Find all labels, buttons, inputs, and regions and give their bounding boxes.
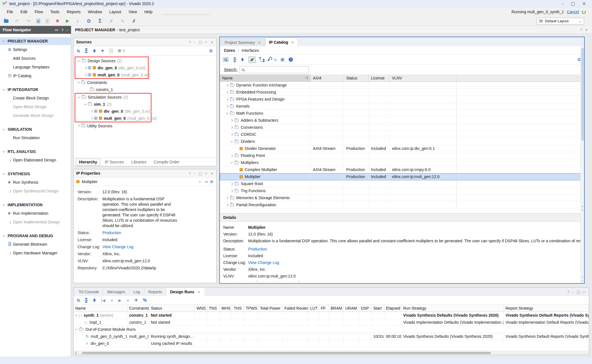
minimize-panel-icon[interactable]: – (194, 171, 196, 176)
horizontal-scrollbar[interactable]: ❮ (74, 351, 589, 355)
col-dsp[interactable]: DSP (359, 305, 372, 312)
search-icon[interactable] (77, 299, 79, 301)
col-tpws[interactable]: TPWS (244, 305, 258, 312)
menu-window[interactable]: Window (85, 8, 105, 15)
column-status[interactable]: Status (344, 74, 369, 81)
maximize-panel-icon[interactable]: □ (198, 40, 202, 44)
close-panel-icon[interactable]: × (211, 40, 214, 44)
run-row-mult-gen-0-synth-1[interactable]: ↻ mult_gen_0_synth_1 mult_gen_0 Running … (74, 333, 589, 340)
search-icon[interactable] (77, 50, 79, 52)
open-project-icon[interactable] (4, 19, 8, 23)
sidebar-section-ip-integrator[interactable]: IP INTEGRATOR (0, 86, 71, 94)
sidebar-section-synthesis[interactable]: SYNTHESIS (0, 170, 71, 178)
col-total-power[interactable]: Total Power (258, 305, 283, 312)
sidebar-item-run-simulation[interactable]: Run Simulation (0, 133, 71, 142)
catalog-row-dynamic-function-exchange[interactable]: Dynamic Function eXchange (220, 82, 584, 89)
float-panel-icon[interactable]: ⌐ (205, 171, 208, 176)
catalog-row-multiplier-selected[interactable]: Multiplier Production Included xilinx.co… (220, 173, 584, 180)
sidebar-item-run-implementation[interactable]: Run Implementation (0, 209, 71, 217)
sidebar-item-language-templates[interactable]: Language Templates (0, 63, 71, 71)
ip-packager-icon[interactable] (281, 58, 284, 61)
tab-tcl-console[interactable]: Tcl Console (75, 288, 103, 296)
col-uram[interactable]: URAM (344, 305, 359, 312)
sidebar-section-implementation[interactable]: IMPLEMENTATION (0, 201, 71, 209)
quick-access-input[interactable] (162, 9, 209, 15)
catalog-row-floating-point[interactable]: Floating Point (220, 152, 584, 159)
tab-log[interactable]: Log (129, 288, 144, 296)
group-by-hierarchy-icon[interactable] (260, 58, 264, 61)
help-icon[interactable]: ? (189, 40, 191, 44)
customize-ip-icon[interactable] (267, 58, 270, 61)
catalog-row-multipliers[interactable]: Multipliers (220, 159, 584, 166)
tab-ip-catalog[interactable]: IP Catalog × (265, 38, 298, 46)
cancel-run-link[interactable]: Cancel (567, 10, 579, 14)
maximize-icon[interactable]: □ (571, 1, 575, 6)
menu-view[interactable]: View (125, 8, 140, 15)
float-panel-icon[interactable]: ⌐ (583, 290, 586, 294)
step-icon[interactable]: ↓ (75, 18, 80, 24)
percent-icon[interactable]: % (143, 298, 147, 303)
minimize-panel-icon[interactable]: – (572, 290, 574, 294)
col-ff[interactable]: FF (319, 305, 329, 312)
tree-row-div-gen-0[interactable]: div_gen_0 (div_gen_0.xci) (75, 64, 148, 71)
catalog-row-square-root[interactable]: Square Root (220, 180, 584, 187)
save-report-icon[interactable] (37, 19, 40, 23)
catalog-row-conversions[interactable]: Conversions (220, 124, 584, 131)
catalog-row-dividers[interactable]: Dividers (220, 138, 584, 145)
tab-messages[interactable]: Messages (103, 288, 129, 296)
sidebar-section-program-and-debug[interactable]: PROGRAM AND DEBUG (0, 232, 71, 240)
collapse-all-icon[interactable] (85, 48, 88, 53)
scroll-left-icon[interactable]: ❮ (75, 351, 77, 354)
help-icon[interactable]: ? (567, 290, 569, 294)
catalog-search-input[interactable] (246, 67, 307, 72)
sidebar-section-rtl-analysis[interactable]: RTL ANALYSIS (0, 148, 71, 156)
scrollbar-handle[interactable] (82, 352, 491, 354)
menu-flow[interactable]: Flow (31, 8, 47, 15)
menu-edit[interactable]: Edit (17, 8, 31, 15)
catalog-row-adders-subtracters[interactable]: Adders & Subtracters (220, 117, 584, 124)
catalog-row-kernels[interactable]: Kernels (220, 103, 584, 110)
tab-compile-order[interactable]: Compile Order (151, 159, 182, 165)
close-panel-icon[interactable]: × (211, 171, 214, 176)
menu-layout[interactable]: Layout (106, 8, 125, 15)
col-wns[interactable]: WNS (195, 305, 207, 312)
subnav-interfaces[interactable]: Interfaces (242, 48, 259, 53)
catalog-row-cordic[interactable]: CORDIC (220, 131, 584, 138)
fn-settings-icon[interactable]: ≔ (55, 28, 59, 32)
catalog-row-complex-multiplier[interactable]: Complex Multiplier AXI4-Stream Productio… (220, 166, 584, 173)
filter-icon[interactable]: # (248, 56, 256, 63)
catalog-row-embedded-processing[interactable]: Embedded Processing (220, 89, 584, 96)
run-row-ooc-module-runs[interactable]: Out-of-Context Module Runs (74, 326, 589, 333)
close-tab-icon[interactable]: × (197, 290, 200, 294)
menu-file[interactable]: File (3, 8, 17, 15)
scroll-down-icon[interactable]: ⌄⌄ (581, 275, 584, 282)
scrollbar-handle[interactable] (581, 48, 584, 141)
tree-row-constrs-1[interactable]: constrs_1 (74, 86, 216, 93)
tree-row-sim-mult-gen-0[interactable]: mult_gen_0 (mult_gen_0.xci) (75, 115, 151, 122)
play-outline-icon[interactable]: ▷ (85, 320, 88, 325)
sidebar-item-create-block-design[interactable]: Create Block Design (0, 94, 71, 102)
sidebar-item-settings[interactable]: ⚙ Settings (0, 45, 71, 54)
col-elapsed[interactable]: Elapsed (384, 305, 401, 312)
delete-icon[interactable]: × (55, 18, 60, 24)
sidebar-section-project-manager[interactable]: PROJECT MANAGER (0, 37, 71, 45)
catalog-row-fpga-features[interactable]: FPGA Features and Design (220, 96, 584, 103)
col-ths[interactable]: THS (232, 305, 244, 312)
col-report-strategy[interactable]: Report Strategy (504, 305, 589, 312)
col-start[interactable]: Start (372, 305, 384, 312)
column-vlnv[interactable]: VLNV (390, 74, 456, 81)
catalog-row-trig-functions[interactable]: Trig Functions (220, 187, 584, 194)
col-whs[interactable]: WHS (220, 305, 232, 312)
tree-row-design-sources[interactable]: Design Sources (2) (75, 57, 148, 64)
settings-gear-icon[interactable]: ⚙ (86, 18, 92, 24)
ip-info-icon[interactable]: i (289, 57, 293, 62)
sidebar-item-run-synthesis[interactable]: Run Synthesis (0, 178, 71, 187)
changelog-link[interactable]: View Change Log (102, 244, 183, 250)
minimize-icon[interactable]: – (562, 1, 564, 6)
tab-ip-sources[interactable]: IP Sources (102, 159, 127, 165)
strip-help-icon[interactable]: ? (580, 28, 582, 32)
back-arrow-icon[interactable]: ← (199, 179, 202, 184)
sidebar-item-open-hardware-manager[interactable]: Open Hardware Manager (0, 248, 71, 257)
col-run-strategy[interactable]: Run Strategy (401, 305, 504, 312)
sidebar-item-ip-catalog[interactable]: IP Catalog (0, 71, 71, 80)
